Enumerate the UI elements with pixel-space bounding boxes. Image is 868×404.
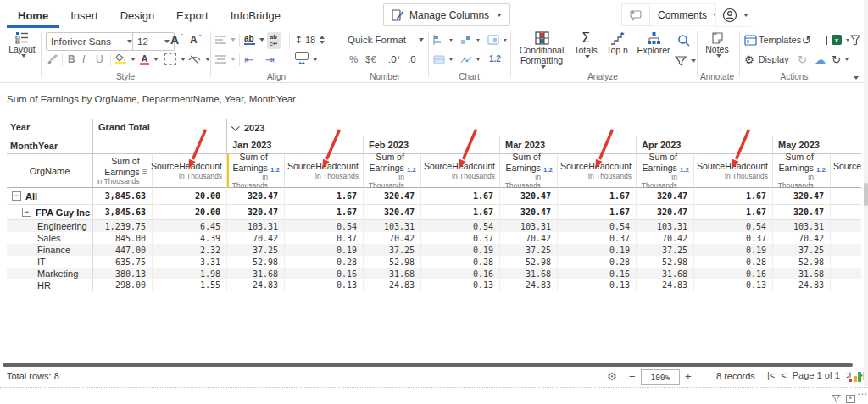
value-cell[interactable]: 320.47 bbox=[500, 188, 558, 205]
horizontal-scrollbar[interactable] bbox=[3, 363, 853, 367]
currency-format-button[interactable]: $€ bbox=[365, 52, 376, 67]
headcount-column-header[interactable]: SourceHeadcountin Thousands bbox=[285, 154, 364, 188]
search-button[interactable] bbox=[677, 32, 690, 47]
export-excel-button[interactable]: x bbox=[832, 32, 849, 47]
value-cell[interactable]: 31.68 bbox=[773, 268, 831, 279]
more-options-icon[interactable]: ⋯ bbox=[857, 388, 867, 400]
value-cell[interactable]: 0.16 bbox=[694, 268, 773, 279]
tab-home[interactable]: Home bbox=[7, 3, 59, 28]
card-chart-button[interactable] bbox=[487, 32, 507, 47]
earnings-column-header[interactable]: Sum of Earningsin Thousands1.2 bbox=[773, 154, 831, 188]
conditional-formatting-button[interactable]: Conditional Formatting bbox=[515, 31, 569, 69]
value-cell[interactable]: 0.13 bbox=[285, 279, 364, 291]
zoom-in-button[interactable]: + bbox=[685, 370, 692, 383]
value-cell[interactable]: 447.00 bbox=[93, 244, 153, 256]
year-2023-header[interactable]: 2023 bbox=[227, 119, 861, 136]
earnings-column-header[interactable]: Sum of Earningsin Thousands1.2 bbox=[500, 154, 558, 188]
value-cell[interactable]: 6.45 bbox=[153, 220, 227, 232]
italic-button[interactable]: I bbox=[82, 52, 94, 67]
row-hr[interactable]: HR bbox=[7, 279, 93, 291]
value-cell[interactable]: 0.54 bbox=[694, 220, 773, 232]
value-cell[interactable]: 103.31 bbox=[500, 220, 558, 232]
value-cell[interactable]: 320.47 bbox=[364, 188, 421, 205]
value-cell[interactable]: 1.67 bbox=[694, 188, 773, 205]
column-width-button[interactable]: ↔ bbox=[295, 52, 318, 67]
value-cell[interactable]: 0.37 bbox=[558, 232, 637, 244]
focus-mode-icon[interactable] bbox=[846, 391, 855, 404]
value-cell[interactable]: 0.16 bbox=[285, 268, 364, 279]
orgname-column-header[interactable]: OrgName bbox=[7, 154, 93, 188]
value-cell[interactable]: 320.47 bbox=[773, 188, 831, 205]
fill-color-button[interactable] bbox=[115, 52, 136, 67]
value-cell[interactable]: 1.67 bbox=[421, 188, 500, 205]
value-cell[interactable]: 320.47 bbox=[500, 205, 558, 220]
add-comment-icon[interactable] bbox=[621, 3, 650, 26]
collapse-toggle-icon[interactable]: − bbox=[12, 191, 21, 201]
value-cell[interactable]: 70.42 bbox=[500, 232, 558, 244]
value-cell[interactable]: 380.13 bbox=[93, 268, 153, 279]
data-pipe-button[interactable] bbox=[850, 32, 860, 47]
bold-button[interactable]: B bbox=[68, 52, 80, 67]
value-cell[interactable]: 0.28 bbox=[285, 256, 364, 268]
manage-columns-button[interactable]: Manage Columns bbox=[383, 3, 510, 26]
value-cell[interactable]: 0.37 bbox=[285, 232, 364, 244]
value-cell[interactable]: 0.13 bbox=[831, 279, 861, 291]
value-cell[interactable]: 24.83 bbox=[773, 279, 831, 291]
value-cell[interactable]: 20.00 bbox=[153, 188, 227, 205]
grand-total-header[interactable]: Grand Total bbox=[93, 119, 227, 154]
row-height-stepper[interactable]: 18 bbox=[305, 32, 325, 47]
value-cell[interactable]: 103.31 bbox=[364, 220, 421, 232]
font-family-select[interactable]: Inforiver Sans bbox=[46, 32, 137, 51]
value-cell[interactable]: 320.47 bbox=[637, 188, 694, 205]
collapse-toggle-icon[interactable]: − bbox=[22, 208, 31, 217]
number-format-icon[interactable]: 1.2 bbox=[270, 167, 280, 175]
collapse-year-icon[interactable] bbox=[231, 123, 240, 131]
value-cell[interactable]: 1.67 bbox=[694, 205, 773, 220]
value-cell[interactable]: 1.67 bbox=[558, 188, 637, 205]
value-cell[interactable]: 2.32 bbox=[153, 244, 227, 256]
value-cell[interactable]: 0.28 bbox=[831, 256, 861, 268]
earnings-column-header[interactable]: Sum of Earningsin Thousands1.2 bbox=[637, 154, 694, 188]
undo-button[interactable]: ↺ bbox=[802, 32, 811, 47]
font-size-select[interactable]: 12 bbox=[132, 32, 175, 51]
value-cell[interactable]: 0.19 bbox=[421, 244, 500, 256]
value-cell[interactable]: 4.39 bbox=[153, 232, 227, 244]
top-n-button[interactable]: Top n bbox=[602, 31, 632, 55]
value-cell[interactable]: 24.83 bbox=[637, 279, 694, 291]
notes-button[interactable]: Notes bbox=[702, 31, 732, 58]
value-cell[interactable]: 320.47 bbox=[227, 188, 285, 205]
row-finance[interactable]: Finance bbox=[7, 244, 93, 256]
tab-export[interactable]: Export bbox=[165, 3, 220, 28]
value-cell[interactable]: 24.83 bbox=[364, 279, 421, 291]
value-cell[interactable]: 0.19 bbox=[694, 244, 773, 256]
earnings-column-header[interactable]: Sum of Earningsin Thousands≡ bbox=[93, 154, 153, 188]
number-format-icon[interactable]: 1.2 bbox=[543, 167, 553, 175]
combo-chart-button[interactable] bbox=[460, 32, 480, 47]
settings-gear-icon[interactable]: ⚙ bbox=[607, 370, 617, 383]
value-cell[interactable]: 0.16 bbox=[421, 268, 500, 279]
row-all[interactable]: −All bbox=[7, 188, 93, 205]
value-cell[interactable]: 3,845.63 bbox=[93, 205, 153, 220]
value-cell[interactable]: 31.68 bbox=[637, 268, 694, 279]
collapse-ribbon-button[interactable] bbox=[851, 72, 859, 82]
value-cell[interactable]: 0.28 bbox=[694, 256, 773, 268]
value-cell[interactable]: 103.31 bbox=[773, 220, 831, 232]
value-cell[interactable]: 1,239.75 bbox=[93, 220, 153, 232]
value-cell[interactable]: 0.19 bbox=[558, 244, 637, 256]
value-cell[interactable]: 320.47 bbox=[364, 205, 421, 220]
increase-decimal-button[interactable]: .0⁺ bbox=[388, 52, 402, 67]
format-painter-button[interactable] bbox=[46, 52, 58, 67]
value-cell[interactable]: 845.00 bbox=[93, 232, 153, 244]
value-cell[interactable]: 31.68 bbox=[500, 268, 558, 279]
earnings-column-header[interactable]: Sum of Earningsin Thousands1.2 bbox=[364, 154, 421, 188]
value-cell[interactable]: 52.98 bbox=[773, 256, 831, 268]
value-cell[interactable]: 37.25 bbox=[500, 244, 558, 256]
number-format-button[interactable]: 1.2 bbox=[489, 52, 501, 67]
value-cell[interactable]: 70.42 bbox=[227, 232, 285, 244]
row-marketing[interactable]: Marketing bbox=[7, 268, 93, 279]
value-cell[interactable]: 52.98 bbox=[500, 256, 558, 268]
headcount-column-header[interactable]: SourceHeadcountin Thousands bbox=[694, 154, 773, 188]
value-cell[interactable]: 1.55 bbox=[153, 279, 227, 291]
value-cell[interactable]: 1.67 bbox=[831, 188, 861, 205]
value-cell[interactable]: 0.54 bbox=[285, 220, 364, 232]
